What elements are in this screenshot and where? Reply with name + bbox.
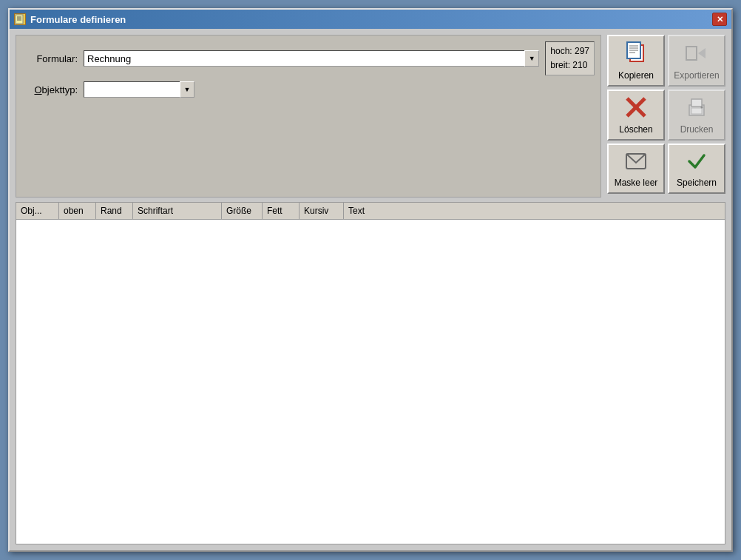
- speichern-label: Speichern: [677, 178, 717, 188]
- svg-rect-0: [16, 15, 23, 24]
- svg-rect-10: [686, 47, 697, 60]
- maske-leer-button[interactable]: Maske leer: [607, 144, 665, 194]
- table-header: Obj... oben Rand Schriftart Größe Fett: [16, 203, 725, 220]
- dimensions-box: hoch: 297 breit: 210: [545, 41, 595, 75]
- window-title: Formulare definieren: [30, 14, 126, 25]
- table-body[interactable]: [16, 220, 725, 544]
- col-header-text: Text: [344, 203, 725, 219]
- speichern-icon: [685, 149, 708, 176]
- kopieren-icon: [624, 41, 648, 69]
- exportieren-icon: [685, 41, 708, 69]
- col-header-groesse: Größe: [222, 203, 263, 219]
- kopieren-label: Kopieren: [618, 70, 654, 81]
- svg-point-17: [701, 106, 703, 108]
- formular-select[interactable]: Rechnung: [84, 50, 539, 67]
- svg-marker-11: [698, 48, 706, 58]
- table-section: Obj... oben Rand Schriftart Größe Fett: [16, 202, 725, 544]
- loeschen-icon: [624, 95, 648, 123]
- objekttyp-label: Objekttyp:: [22, 84, 78, 95]
- exportieren-button[interactable]: Exportieren: [668, 35, 725, 87]
- form-controls: Formular: Rechnung ▼ hoch: 297 breit: 21…: [16, 35, 601, 198]
- title-bar-left: Formulare definieren: [14, 13, 126, 25]
- close-button[interactable]: ✕: [712, 13, 727, 26]
- drucken-button[interactable]: Drucken: [668, 90, 725, 141]
- title-bar: Formulare definieren ✕: [10, 10, 731, 29]
- breit-value: breit: 210: [550, 58, 589, 72]
- kopieren-button[interactable]: Kopieren: [607, 35, 665, 87]
- drucken-icon: [685, 96, 708, 123]
- app-icon: [14, 13, 26, 25]
- content-area: Formular: Rechnung ▼ hoch: 297 breit: 21…: [10, 29, 731, 550]
- svg-rect-15: [691, 108, 702, 114]
- formular-label: Formular:: [22, 53, 78, 64]
- maske-leer-icon: [624, 149, 648, 176]
- drucken-label: Drucken: [680, 124, 714, 135]
- button-panel: Kopieren Exportieren: [607, 35, 725, 194]
- objekttyp-label-text: Objekttyp:: [34, 84, 78, 95]
- loeschen-label: Löschen: [619, 124, 652, 135]
- hoch-value: hoch: 297: [550, 44, 589, 58]
- col-header-rand: Rand: [96, 203, 133, 219]
- formular-select-wrapper: Rechnung ▼: [84, 50, 539, 67]
- objekttyp-select[interactable]: [84, 81, 194, 98]
- objekttyp-row: Objekttyp: ▼: [22, 81, 595, 98]
- col-header-kursiv: Kursiv: [300, 203, 344, 219]
- loeschen-button[interactable]: Löschen: [607, 90, 665, 141]
- svg-rect-16: [691, 99, 702, 107]
- objekttyp-wrapper: ▼: [84, 81, 194, 98]
- col-header-obj: Obj...: [16, 203, 59, 219]
- col-header-oben: oben: [59, 203, 96, 219]
- col-header-schriftart: Schriftart: [133, 203, 222, 219]
- maske-leer-label: Maske leer: [615, 178, 658, 188]
- top-section: Formular: Rechnung ▼ hoch: 297 breit: 21…: [16, 35, 725, 198]
- exportieren-label: Exportieren: [674, 70, 719, 81]
- speichern-button[interactable]: Speichern: [668, 144, 725, 194]
- formular-row: Formular: Rechnung ▼ hoch: 297 breit: 21…: [22, 41, 595, 75]
- col-header-fett: Fett: [263, 203, 300, 219]
- main-window: Formulare definieren ✕ Formular: Rechnun…: [8, 8, 733, 552]
